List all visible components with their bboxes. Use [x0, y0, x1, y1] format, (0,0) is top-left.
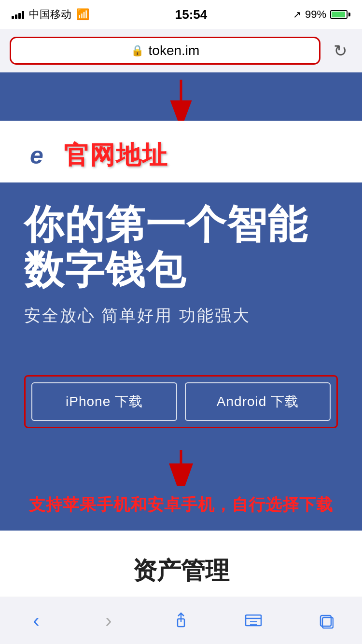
forward-icon: ›: [105, 610, 111, 631]
hero-title: 你的第一个智能数字钱包: [24, 202, 338, 293]
logo-char: e: [30, 141, 43, 169]
url-bar[interactable]: 🔒 token.im: [10, 37, 320, 65]
bookmarks-icon: [245, 613, 262, 629]
section-title: 资产管理: [19, 555, 343, 587]
reload-icon: ↻: [334, 41, 347, 60]
site-title: 官网地址: [64, 139, 168, 172]
download-section: iPhone 下载 Android 下载: [0, 375, 362, 443]
browser-bar: 🔒 token.im ↻: [0, 29, 362, 72]
carrier-label: 中国移动: [29, 7, 71, 22]
annotation-text-section: 支持苹果手机和安卓手机，自行选择下载: [0, 486, 362, 531]
share-icon: [173, 612, 189, 630]
download-buttons-wrapper: iPhone 下载 Android 下载: [24, 375, 338, 428]
reload-button[interactable]: ↻: [328, 39, 352, 63]
bottom-nav: ‹ ›: [0, 597, 362, 644]
annotation-text: 支持苹果手机和安卓手机，自行选择下载: [29, 495, 333, 514]
location-icon: ↗: [293, 9, 301, 20]
back-icon: ‹: [33, 610, 39, 631]
battery-percent: 99%: [305, 8, 326, 21]
android-download-button[interactable]: Android 下载: [185, 382, 331, 421]
wifi-icon: 📶: [76, 8, 89, 21]
button-arrow-section: [0, 443, 362, 486]
share-button[interactable]: [162, 606, 200, 635]
url-arrow-svg: [162, 77, 200, 121]
lang-cn[interactable]: 中文: [261, 147, 286, 164]
status-bar: 中国移动 📶 15:54 ↗ 99%: [0, 0, 362, 29]
tabs-icon: [318, 613, 334, 629]
lang-divider: /: [290, 148, 293, 163]
iphone-download-button[interactable]: iPhone 下载: [31, 382, 177, 421]
signal-icon: [12, 10, 24, 19]
bookmarks-button[interactable]: [234, 606, 273, 635]
hero-section: 你的第一个智能数字钱包 安全放心 简单好用 功能强大: [0, 182, 362, 375]
back-button[interactable]: ‹: [17, 606, 56, 635]
site-header: e 官网地址 中文 / English: [0, 121, 362, 182]
logo-icon: e: [19, 138, 54, 173]
url-text[interactable]: token.im: [149, 43, 200, 58]
button-arrow-svg: [162, 448, 200, 486]
status-left: 中国移动 📶: [12, 7, 89, 22]
forward-button[interactable]: ›: [89, 606, 128, 635]
time-display: 15:54: [175, 7, 208, 22]
battery-icon: [330, 10, 350, 19]
status-right: ↗ 99%: [293, 8, 350, 21]
lang-en[interactable]: English: [297, 148, 343, 163]
url-arrow-section: [0, 72, 362, 121]
tabs-button[interactable]: [306, 606, 345, 635]
lock-icon: 🔒: [131, 44, 144, 57]
lang-switcher[interactable]: 中文 / English: [261, 147, 343, 164]
hero-subtitle: 安全放心 简单好用 功能强大: [24, 305, 338, 327]
